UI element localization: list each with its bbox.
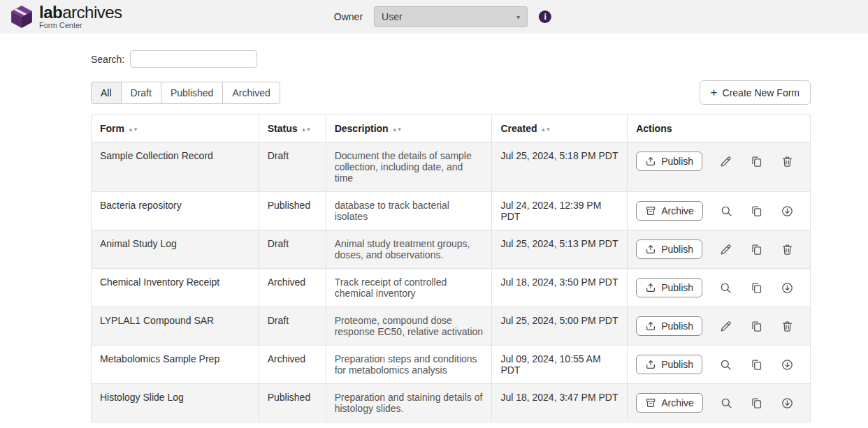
- preview-icon[interactable]: [718, 357, 733, 372]
- sort-icon[interactable]: ▲▼: [392, 126, 402, 133]
- publish-button[interactable]: Publish: [636, 316, 702, 336]
- search-input[interactable]: [130, 50, 257, 68]
- publish-icon: [645, 282, 656, 293]
- action-button-label: Archive: [661, 205, 694, 216]
- edit-icon[interactable]: [718, 242, 733, 257]
- sort-icon[interactable]: ▲▼: [128, 126, 138, 133]
- actions-cell: Publish: [628, 142, 811, 192]
- forms-table: Form▲▼ Status▲▼ Description▲▼ Created▲▼ …: [91, 115, 811, 422]
- publish-icon: [645, 156, 656, 167]
- description-cell: Proteome, compound dose response EC50, r…: [326, 307, 492, 346]
- form-name-cell: Bacteria repository: [92, 192, 259, 230]
- owner-dropdown[interactable]: User ▾: [374, 6, 528, 27]
- copy-icon[interactable]: [749, 281, 764, 295]
- action-button-label: Archive: [661, 397, 694, 408]
- actions-cell: Publish: [628, 269, 811, 307]
- status-cell: Draft: [259, 307, 326, 346]
- copy-icon[interactable]: [749, 396, 764, 411]
- created-cell: Jul 18, 2024, 3:50 PM PDT: [492, 269, 628, 307]
- brand-name: labarchives: [39, 3, 122, 21]
- sort-icon[interactable]: ▲▼: [301, 126, 310, 133]
- form-name-cell: Animal Study Log: [92, 230, 259, 269]
- publish-button[interactable]: Publish: [636, 239, 702, 259]
- copy-icon[interactable]: [749, 319, 764, 334]
- download-icon[interactable]: [780, 281, 795, 295]
- status-cell: Archived: [259, 346, 326, 384]
- status-cell: Draft: [259, 230, 326, 269]
- description-cell: Document the details of sample collectio…: [326, 142, 492, 192]
- archive-icon: [645, 205, 656, 216]
- column-header-form[interactable]: Form▲▼: [92, 115, 259, 142]
- table-row: LYPLAL1 Compound SARDraftProteome, compo…: [92, 307, 811, 346]
- tab-published[interactable]: Published: [161, 82, 224, 104]
- description-cell: database to track bacterial isolates: [326, 192, 492, 230]
- column-header-status[interactable]: Status▲▼: [259, 115, 326, 142]
- table-row: Sample Collection RecordDraftDocument th…: [92, 142, 811, 192]
- created-cell: Jul 25, 2024, 5:00 PM PDT: [492, 307, 628, 346]
- action-button-label: Publish: [661, 244, 693, 255]
- action-button-label: Publish: [661, 320, 693, 332]
- search-label: Search:: [91, 54, 124, 65]
- download-icon[interactable]: [780, 357, 795, 372]
- delete-icon[interactable]: [780, 242, 795, 257]
- status-cell: Published: [259, 384, 326, 422]
- form-name-cell: Metabolomics Sample Prep: [92, 346, 259, 384]
- download-icon[interactable]: [780, 396, 795, 411]
- info-icon[interactable]: i: [539, 10, 551, 23]
- edit-icon[interactable]: [718, 319, 733, 334]
- preview-icon[interactable]: [719, 396, 734, 411]
- action-button-label: Publish: [661, 156, 693, 167]
- owner-label: Owner: [334, 11, 363, 22]
- column-header-created[interactable]: Created▲▼: [492, 115, 628, 142]
- copy-icon[interactable]: [749, 242, 764, 257]
- actions-cell: Archive: [628, 384, 811, 422]
- publish-icon: [645, 244, 656, 255]
- column-header-description[interactable]: Description▲▼: [326, 115, 492, 142]
- actions-cell: Publish: [628, 307, 811, 346]
- created-cell: Jul 25, 2024, 5:18 PM PDT: [492, 142, 628, 192]
- table-row: Metabolomics Sample PrepArchivedPreparat…: [92, 346, 811, 384]
- form-name-cell: LYPLAL1 Compound SAR: [92, 307, 259, 346]
- tab-archived[interactable]: Archived: [223, 82, 280, 104]
- download-icon[interactable]: [780, 204, 795, 219]
- delete-icon[interactable]: [780, 154, 795, 169]
- created-cell: Jul 25, 2024, 5:13 PM PDT: [492, 230, 628, 269]
- archive-button[interactable]: Archive: [636, 201, 703, 221]
- labarchives-logo: labarchives Form Center: [10, 3, 122, 30]
- publish-button[interactable]: Publish: [636, 278, 702, 297]
- preview-icon[interactable]: [719, 204, 734, 219]
- tab-all[interactable]: All: [91, 82, 122, 104]
- table-header-row: Form▲▼ Status▲▼ Description▲▼ Created▲▼ …: [92, 115, 811, 142]
- table-row: Histology Slide LogPublishedPreparation …: [92, 384, 811, 422]
- column-header-actions: Actions: [628, 115, 811, 142]
- actions-cell: Archive: [628, 192, 811, 230]
- form-name-cell: Histology Slide Log: [92, 384, 259, 422]
- created-cell: Jul 09, 2024, 10:55 AM PDT: [492, 346, 628, 384]
- create-new-form-label: Create New Form: [723, 87, 800, 98]
- plus-icon: +: [711, 87, 718, 98]
- description-cell: Animal study treatment groups, doses, an…: [326, 230, 492, 269]
- archive-button[interactable]: Archive: [636, 393, 703, 413]
- edit-icon[interactable]: [718, 154, 733, 169]
- form-name-cell: Sample Collection Record: [92, 142, 259, 192]
- table-row: Bacteria repositoryPublisheddatabase to …: [92, 192, 811, 230]
- actions-cell: Publish: [628, 346, 811, 384]
- publish-button[interactable]: Publish: [636, 355, 702, 374]
- top-bar: labarchives Form Center Owner User ▾ i: [0, 0, 868, 34]
- status-cell: Published: [259, 192, 326, 230]
- form-center-content: Search: All Draft Published Archived + C…: [91, 50, 811, 422]
- labarchives-cube-icon: [10, 5, 34, 29]
- publish-button[interactable]: Publish: [636, 152, 702, 171]
- preview-icon[interactable]: [718, 281, 733, 295]
- copy-icon[interactable]: [749, 357, 764, 372]
- action-button-label: Publish: [661, 359, 693, 370]
- copy-icon[interactable]: [749, 204, 764, 219]
- description-cell: Preparation and staining details of hist…: [326, 384, 492, 422]
- brand-subtitle: Form Center: [39, 22, 122, 30]
- owner-dropdown-value: User: [382, 11, 403, 22]
- copy-icon[interactable]: [749, 154, 764, 169]
- create-new-form-button[interactable]: + Create New Form: [700, 80, 811, 105]
- delete-icon[interactable]: [780, 319, 795, 334]
- tab-draft[interactable]: Draft: [122, 82, 161, 104]
- sort-icon[interactable]: ▲▼: [541, 126, 551, 133]
